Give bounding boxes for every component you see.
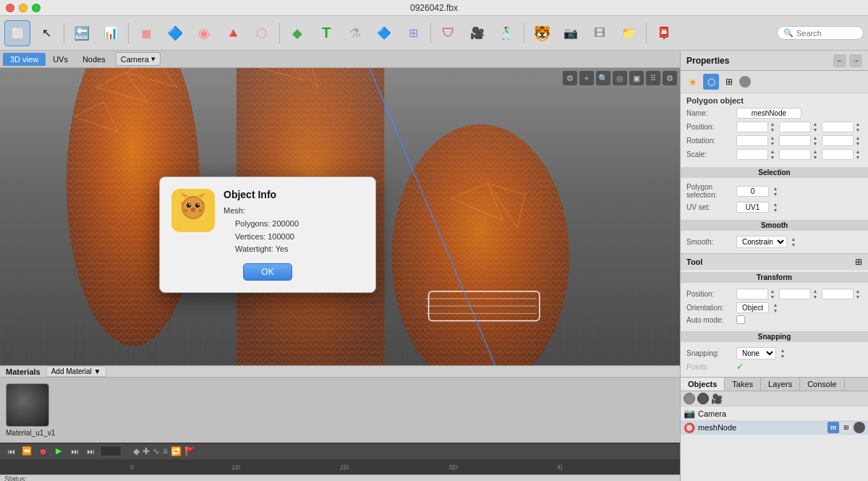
props-nav-forward-icon[interactable]: → <box>849 54 862 67</box>
orientation-value[interactable]: Object <box>736 302 769 313</box>
rotation-x-stepper[interactable]: 270.0 ▲▼ <box>736 135 776 146</box>
scale-x-down[interactable]: ▼ <box>769 154 776 160</box>
obj-render-icon[interactable] <box>697 393 709 404</box>
play-button[interactable]: ▶ <box>52 445 65 458</box>
cylinder-tool[interactable]: 🔷 <box>162 20 188 46</box>
rot-x-up[interactable]: ▲ <box>769 135 776 140</box>
step-back-button[interactable]: ⏪ <box>20 445 33 458</box>
add-material-button[interactable]: Add Material ▼ <box>46 366 106 377</box>
scale-y-up[interactable]: ▲ <box>812 148 819 154</box>
props-tab-star[interactable]: ★ <box>685 74 701 90</box>
character-tool[interactable]: 🐯 <box>529 20 555 46</box>
pos-x-up[interactable]: ▲ <box>769 121 776 127</box>
add-object-tool[interactable]: ◆ <box>284 20 310 46</box>
auto-mode-checkbox[interactable] <box>736 315 745 324</box>
scale-x-input[interactable]: 100.0 <box>736 149 768 160</box>
dialog-ok-button[interactable]: OK <box>243 263 292 281</box>
tab-layers[interactable]: Layers <box>761 378 800 391</box>
uv-up[interactable]: ▲ <box>772 201 779 207</box>
pos-x-down[interactable]: ▼ <box>769 127 776 132</box>
mesh-ctrl-m[interactable]: m <box>827 422 839 433</box>
tool-pos-y-input[interactable]: 0.0 <box>779 289 811 299</box>
record-button[interactable]: ⏺ <box>36 445 49 458</box>
deform-tool[interactable]: 🔷 <box>371 20 397 46</box>
props-tab-grid[interactable]: ⊞ <box>721 74 737 90</box>
rot-y-up[interactable]: ▲ <box>812 135 819 140</box>
film-tool[interactable]: 🎞 <box>587 20 613 46</box>
orient-down[interactable]: ▼ <box>772 307 779 313</box>
tab-nodes[interactable]: Nodes <box>75 53 113 66</box>
rot-z-up[interactable]: ▲ <box>854 135 861 140</box>
track-icon[interactable]: ≡ <box>163 446 168 456</box>
tool-pos-y-stepper[interactable]: 0.0 ▲▼ <box>779 288 819 299</box>
position-y-stepper[interactable]: 0.0 ▲▼ <box>779 121 819 132</box>
scale-x-stepper[interactable]: 100.0 ▲▼ <box>736 148 776 160</box>
pos-z-down[interactable]: ▼ <box>854 127 861 132</box>
scale-y-stepper[interactable]: 100.0 ▲▼ <box>779 148 819 160</box>
scale-y-down[interactable]: ▼ <box>812 154 819 160</box>
orient-up[interactable]: ▲ <box>772 302 779 307</box>
extra-tool[interactable]: 📮 <box>651 20 677 46</box>
name-value[interactable]: meshNode <box>736 108 801 119</box>
maximize-button[interactable] <box>32 4 41 12</box>
scale-z-up[interactable]: ▲ <box>854 148 861 154</box>
curve-icon[interactable]: ∿ <box>153 446 160 456</box>
mesh-object-name[interactable]: meshNode <box>698 423 825 432</box>
snap-up[interactable]: ▲ <box>779 348 786 354</box>
torus-tool[interactable]: ⬡ <box>249 20 275 46</box>
props-tab-mesh[interactable]: ⬡ <box>703 74 719 90</box>
mesh-ctrl-circle[interactable] <box>854 422 865 433</box>
position-x-input[interactable]: 0.0 <box>736 122 768 132</box>
props-tab-circle[interactable]: . <box>739 76 751 88</box>
flag-icon[interactable]: 🚩 <box>184 446 195 456</box>
position-z-input[interactable]: 0.0 <box>822 122 854 132</box>
uv-set-value[interactable]: UV1 <box>736 202 769 213</box>
folder-tool[interactable]: 📁 <box>616 20 642 46</box>
rotation-z-input[interactable]: 0.0 <box>822 135 854 146</box>
rot-y-down[interactable]: ▼ <box>812 140 819 146</box>
rotation-y-input[interactable]: 270.0 <box>779 135 811 146</box>
close-button[interactable] <box>6 4 14 12</box>
tab-3d-view[interactable]: 3D view <box>3 53 46 66</box>
poly-sel-down[interactable]: ▼ <box>772 191 779 197</box>
tpos-x-down[interactable]: ▼ <box>769 294 776 299</box>
shield-tool[interactable]: 🛡 <box>435 20 461 46</box>
position-x-stepper[interactable]: 0.0 ▲▼ <box>736 121 776 132</box>
scale-x-up[interactable]: ▲ <box>769 148 776 154</box>
rotation-z-stepper[interactable]: 0.0 ▲▼ <box>822 135 861 146</box>
smooth-down[interactable]: ▼ <box>790 242 797 248</box>
go-to-start-button[interactable]: ⏮ <box>4 445 17 458</box>
position-y-input[interactable]: 0.0 <box>779 122 811 132</box>
props-nav-back-icon[interactable]: ← <box>833 54 846 67</box>
material-thumbnail[interactable] <box>6 383 49 427</box>
snap-down[interactable]: ▼ <box>779 354 786 359</box>
tool-pos-z-stepper[interactable]: 0.0 ▲▼ <box>822 288 861 299</box>
tpos-z-up[interactable]: ▲ <box>854 288 861 294</box>
snapping-select[interactable]: None Points Grid <box>736 347 776 359</box>
cone-tool[interactable]: 🔺 <box>220 20 246 46</box>
tab-objects[interactable]: Objects <box>681 378 725 391</box>
text-tool[interactable]: T <box>313 20 339 46</box>
loop-icon[interactable]: 🔁 <box>171 446 182 456</box>
select-tool-button[interactable]: ↖ <box>33 20 59 46</box>
rotation-y-stepper[interactable]: 270.0 ▲▼ <box>779 135 819 146</box>
scale-y-input[interactable]: 100.0 <box>779 149 811 160</box>
timeline-track[interactable]: 0 1|0 2|0 3|0 4| <box>0 459 680 475</box>
obj-camera-icon[interactable]: 🎥 <box>711 393 723 404</box>
chart-button[interactable]: 📊 <box>98 20 124 46</box>
search-box[interactable]: 🔍 <box>777 26 864 40</box>
minimize-button[interactable] <box>19 4 27 12</box>
rot-z-down[interactable]: ▼ <box>854 140 861 146</box>
poly-sel-up[interactable]: ▲ <box>772 185 779 191</box>
window-controls[interactable] <box>6 4 41 12</box>
tool-pos-x-stepper[interactable]: 0.0 ▲▼ <box>736 288 776 299</box>
pos-z-up[interactable]: ▲ <box>854 121 861 127</box>
uv-down[interactable]: ▼ <box>772 207 779 213</box>
position-z-stepper[interactable]: 0.0 ▲▼ <box>822 121 861 132</box>
tpos-z-down[interactable]: ▼ <box>854 294 861 299</box>
frame-input[interactable]: 0 <box>100 446 122 456</box>
tool-pos-x-input[interactable]: 0.0 <box>736 289 768 299</box>
obj-visibility-icon[interactable] <box>684 393 695 404</box>
figure-tool[interactable]: 🕺 <box>493 20 519 46</box>
camera2-tool[interactable]: 📷 <box>558 20 584 46</box>
